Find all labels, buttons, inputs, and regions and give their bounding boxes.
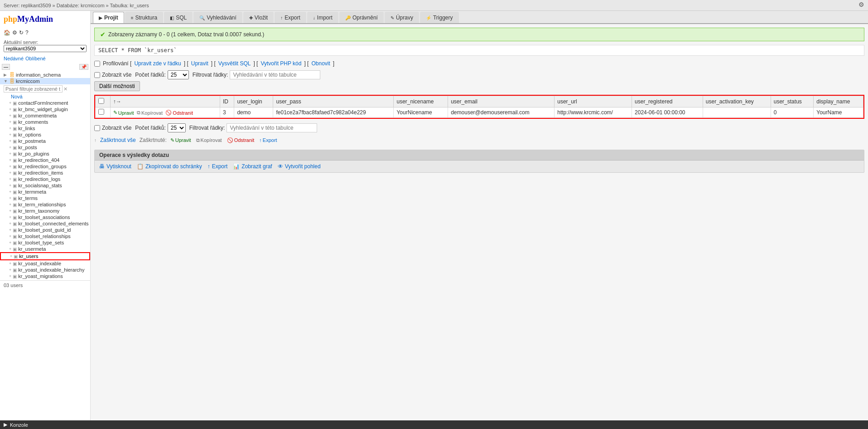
bottom-filter-input[interactable] — [227, 123, 317, 132]
nav-recent[interactable]: Nedávné — [4, 56, 24, 61]
profiling-link1[interactable]: Upravit zde v řádku — [134, 60, 181, 67]
db-item-krcmiccom[interactable]: ▼ 🗄 krcmiccom — [0, 78, 90, 84]
profiling-link4[interactable]: Vytvořit PHP kód — [260, 60, 301, 67]
copy-link[interactable]: ⧉ Kopírovat — [137, 110, 163, 116]
table-item-kr_termmeta[interactable]: + ▣ kr_termmeta — [0, 189, 90, 195]
table-expand-icon: + — [9, 209, 11, 213]
th-user_nicename[interactable]: user_nicename — [394, 96, 448, 107]
sep3: ] [ — [253, 60, 258, 67]
table-item-kr_yoast_indexable_hierarchy[interactable]: + ▣ kr_yoast_indexable_hierarchy — [0, 267, 90, 273]
table-item-kr_redirection_logs[interactable]: + ▣ kr_redirection_logs — [0, 176, 90, 182]
rows-select[interactable]: 25 50 100 — [168, 70, 189, 79]
edit-link[interactable]: ✎ Upravit — [113, 110, 134, 116]
settings-icon[interactable]: ⚙ — [858, 1, 864, 8]
th-user_pass[interactable]: user_pass — [273, 96, 394, 107]
clear-search-btn[interactable]: ✕ — [63, 86, 68, 92]
th-id[interactable]: ID — [220, 96, 234, 107]
console-bar[interactable]: ▶ Konzole — [0, 420, 868, 429]
server-select[interactable]: replikant3509 — [4, 45, 87, 52]
users-count: 03 users — [4, 283, 23, 288]
table-item-kr_toolset_relationships[interactable]: + ▣ kr_toolset_relationships — [0, 233, 90, 239]
delete-link[interactable]: 🚫 Odstranit — [165, 110, 193, 116]
table-item-kr_users[interactable]: + ▣ kr_users — [0, 252, 90, 260]
table-item-kr_options[interactable]: + ▣ kr_options — [0, 132, 90, 138]
tab-export[interactable]: ↑ Export — [275, 12, 306, 23]
table-item-kr_toolset_type_sets[interactable]: + ▣ kr_toolset_type_sets — [0, 239, 90, 246]
table-item-kr_redirection_groups[interactable]: + ▣ kr_redirection_groups — [0, 163, 90, 170]
help-icon[interactable]: ? — [25, 29, 29, 36]
table-item-kr_redirection_items[interactable]: + ▣ kr_redirection_items — [0, 170, 90, 176]
tab-triggery[interactable]: ⚡ Triggery — [420, 12, 459, 23]
table-item-kr_postmeta[interactable]: + ▣ kr_postmeta — [0, 138, 90, 144]
home-icon[interactable]: 🏠 — [4, 29, 10, 36]
options-button[interactable]: Další možnosti — [94, 81, 140, 91]
th-user_email[interactable]: user_email — [448, 96, 555, 107]
show-all-checkbox[interactable] — [94, 72, 100, 78]
table-expand-icon: + — [9, 221, 11, 226]
row-checkbox[interactable] — [98, 109, 104, 115]
tab-úpravy[interactable]: ✎ Úpravy — [385, 12, 419, 23]
table-item-kr_socialsnap_stats[interactable]: + ▣ kr_socialsnap_stats — [0, 182, 90, 189]
table-item-kr_posts[interactable]: + ▣ kr_posts — [0, 144, 90, 151]
profiling-link2[interactable]: Upravit — [191, 60, 208, 67]
table-item-kr_terms[interactable]: + ▣ kr_terms — [0, 195, 90, 201]
tab-import[interactable]: ↓ Import — [307, 12, 338, 23]
table-item-kr_toolset_connected_elements[interactable]: + ▣ kr_toolset_connected_elements — [0, 220, 90, 227]
th-user_url[interactable]: user_url — [555, 96, 632, 107]
profiling-checkbox[interactable] — [94, 61, 100, 67]
tab-vyhledávání[interactable]: 🔍 Vyhledávání — [193, 12, 242, 23]
bottom-export-link[interactable]: ↑ Export — [259, 137, 277, 143]
tab-struktura[interactable]: ≡ Struktura — [125, 12, 164, 23]
bottom-edit-text: Upravit — [175, 137, 191, 143]
table-item-contactFormIncrement[interactable]: + ▣ contactFormIncrement — [0, 100, 90, 106]
tab-oprávnění[interactable]: 🔑 Oprávnění — [339, 12, 384, 23]
bottom-copy-link[interactable]: ⧉ Kopírovat — [196, 137, 222, 143]
select-all-checkbox[interactable] — [98, 98, 104, 104]
check-all-link[interactable]: Zaškrtnout vše — [100, 137, 136, 143]
chart-link[interactable]: 📊 Zobrazit graf — [233, 163, 272, 170]
table-search-input[interactable] — [4, 85, 63, 93]
filter-input[interactable] — [230, 70, 320, 79]
th-user_registered[interactable]: user_registered — [632, 96, 703, 107]
table-item-kr_yoast_indexable[interactable]: + ▣ kr_yoast_indexable — [0, 260, 90, 267]
bottom-edit-link[interactable]: ✎ Upravit — [170, 137, 191, 143]
nav-favorites[interactable]: Oblíbené — [25, 56, 46, 61]
db-item-information-schema[interactable]: ▶ 🗄 information_schema — [0, 72, 90, 78]
settings-icon2[interactable]: ⚙ — [12, 29, 17, 36]
collapse-sidebar-btn[interactable]: — — [2, 64, 10, 70]
th-user_activation_key[interactable]: user_activation_key — [703, 96, 771, 107]
tab-vložit[interactable]: ✚ Vložit — [243, 12, 274, 23]
refresh-icon[interactable]: ↻ — [19, 29, 24, 36]
profiling-link3[interactable]: Vysvětlit SQL — [218, 60, 251, 67]
table-item-kr_toolset_associations[interactable]: + ▣ kr_toolset_associations — [0, 214, 90, 220]
bottom-show-all-checkbox[interactable] — [94, 125, 100, 131]
table-item-kr_usermeta[interactable]: + ▣ kr_usermeta — [0, 246, 90, 252]
table-item-kr_po_plugins[interactable]: + ▣ kr_po_plugins — [0, 151, 90, 157]
th-user_login[interactable]: user_login — [234, 96, 273, 107]
db-search-box: ✕ — [4, 85, 87, 93]
bottom-rows-select[interactable]: 25 50 — [168, 123, 186, 132]
tab-projít[interactable]: ▶ Projít — [93, 12, 124, 23]
profiling-link5[interactable]: Obnovit — [311, 60, 330, 67]
table-item-kr_toolset_post_guid_id[interactable]: + ▣ kr_toolset_post_guid_id — [0, 227, 90, 233]
table-item-kr_yoast_migrations[interactable]: + ▣ kr_yoast_migrations — [0, 273, 90, 279]
table-item-kr_term_taxonomy[interactable]: + ▣ kr_term_taxonomy — [0, 208, 90, 214]
table-item-kr_commentmeta[interactable]: + ▣ kr_commentmeta — [0, 112, 90, 119]
table-item-new[interactable]: Nová — [0, 93, 90, 100]
clipboard-link[interactable]: 📋 Zkopírovat do schránky — [137, 163, 202, 170]
print-link[interactable]: 🖶 Vytisknout — [99, 163, 131, 170]
table-item-kr_links[interactable]: + ▣ kr_links — [0, 125, 90, 132]
table-item-kr_redirection_404[interactable]: + ▣ kr_redirection_404 — [0, 157, 90, 163]
export-link[interactable]: ↑ Export — [207, 163, 228, 170]
table-item-kr_term_relationships[interactable]: + ▣ kr_term_relationships — [0, 201, 90, 208]
table-name-label: kr_options — [18, 132, 41, 137]
th-display_name[interactable]: display_name — [814, 96, 863, 107]
bottom-delete-link[interactable]: 🚫 Odstranit — [227, 137, 255, 143]
pin-sidebar-btn[interactable]: 📌 — [79, 64, 88, 70]
tab-label: SQL — [176, 15, 187, 21]
table-item-kr_bmc_widget_plugin[interactable]: + ▣ kr_bmc_widget_plugin — [0, 106, 90, 112]
tab-sql[interactable]: ◧ SQL — [164, 12, 193, 23]
view-link[interactable]: 👁 Vytvořit pohled — [278, 163, 321, 170]
th-user_status[interactable]: user_status — [771, 96, 814, 107]
table-item-kr_comments[interactable]: + ▣ kr_comments — [0, 119, 90, 125]
